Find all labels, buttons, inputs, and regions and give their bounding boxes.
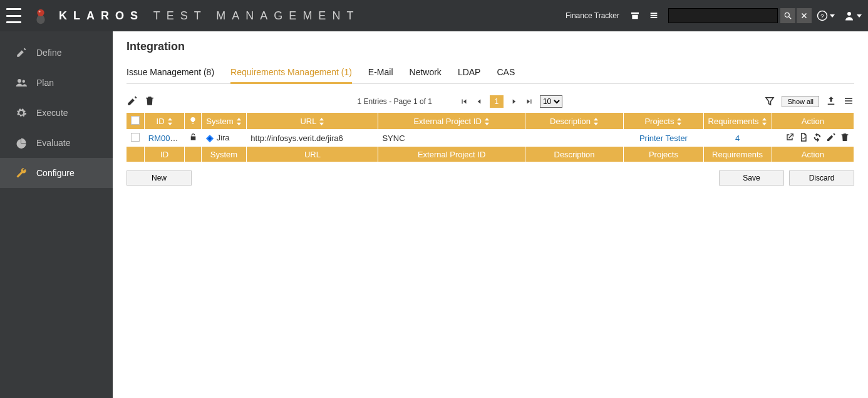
brand-title: KLAROS TEST MANAGEMENT xyxy=(59,9,359,23)
table-toolbar: 1 Entries - Page 1 of 1 1 10 Show all xyxy=(127,93,854,110)
pager-last-icon[interactable] xyxy=(525,97,534,106)
foot-requirements: Requirements xyxy=(703,147,772,162)
page-size-select[interactable]: 10 xyxy=(540,95,562,108)
page-title: Integration xyxy=(127,40,854,53)
users-icon xyxy=(14,76,29,89)
col-url[interactable]: URL xyxy=(247,113,378,129)
row-id-link[interactable]: RM00001 xyxy=(148,134,183,143)
user-menu[interactable] xyxy=(844,10,862,21)
row-checkbox[interactable] xyxy=(131,133,140,142)
foot-ext: External Project ID xyxy=(378,147,525,162)
foot-action: Action xyxy=(772,147,854,162)
foot-id: ID xyxy=(144,147,185,162)
table-row: RM00001 Jira http://infosys.verit.de/jir… xyxy=(127,129,854,147)
sidebar-item-label: Define xyxy=(36,48,61,58)
help-menu[interactable]: ? xyxy=(817,10,835,21)
col-description[interactable]: Description xyxy=(525,113,624,129)
svg-point-1 xyxy=(39,11,41,13)
edit-square-icon xyxy=(14,46,29,59)
row-url: http://infosys.verit.de/jira6 xyxy=(247,129,378,147)
search-icon[interactable] xyxy=(780,8,795,23)
col-requirements[interactable]: Requirements xyxy=(703,113,772,129)
col-projects[interactable]: Projects xyxy=(624,113,703,129)
sidebar-item-label: Execute xyxy=(36,108,68,118)
bulk-edit-icon[interactable] xyxy=(127,95,138,108)
clear-search-icon[interactable] xyxy=(797,8,812,23)
main-content: Integration Issue Management (8) Require… xyxy=(113,31,868,398)
tab-email[interactable]: E-Mail xyxy=(368,65,393,81)
sidebar-item-configure[interactable]: Configure xyxy=(0,158,113,188)
global-search-input[interactable] xyxy=(668,8,778,23)
jira-icon xyxy=(205,134,214,143)
filter-icon[interactable] xyxy=(764,95,775,108)
save-button[interactable]: Save xyxy=(719,170,784,186)
col-external-project-id[interactable]: External Project ID xyxy=(378,113,525,129)
tab-ldap[interactable]: LDAP xyxy=(458,65,481,81)
menu-toggle-icon[interactable] xyxy=(6,8,21,23)
requirements-table: ID System URL External Project ID Descri… xyxy=(127,113,854,162)
show-all-button[interactable]: Show all xyxy=(782,96,819,107)
list-icon[interactable] xyxy=(648,9,660,22)
svg-point-8 xyxy=(23,80,26,83)
sidebar-item-label: Plan xyxy=(36,78,54,88)
sidebar-item-label: Evaluate xyxy=(36,138,70,148)
svg-point-0 xyxy=(37,9,44,16)
col-id[interactable]: ID xyxy=(144,113,185,129)
foot-url: URL xyxy=(247,147,378,162)
pager-next-icon[interactable] xyxy=(510,97,519,106)
row-project-link[interactable]: Printer Tester xyxy=(639,134,688,143)
tab-issue-management[interactable]: Issue Management (8) xyxy=(127,65,214,81)
col-action: Action xyxy=(772,113,854,129)
wrench-icon xyxy=(14,167,29,179)
archive-icon[interactable] xyxy=(629,9,641,22)
sidebar-item-execute[interactable]: Execute xyxy=(0,98,113,128)
sidebar-item-plan[interactable]: Plan xyxy=(0,68,113,98)
row-description xyxy=(525,129,624,147)
topbar: KLAROS TEST MANAGEMENT Finance Tracker ? xyxy=(0,0,868,31)
discard-button[interactable]: Discard xyxy=(789,170,854,186)
sidebar-item-label: Configure xyxy=(36,168,75,178)
project-name: Finance Tracker xyxy=(566,11,619,20)
new-button[interactable]: New xyxy=(127,170,192,186)
export-icon[interactable] xyxy=(825,95,837,108)
delete-icon[interactable] xyxy=(840,132,850,144)
integration-tabs: Issue Management (8) Requirements Manage… xyxy=(127,65,854,84)
svg-point-2 xyxy=(785,13,789,17)
tab-network[interactable]: Network xyxy=(410,65,442,81)
tab-cas[interactable]: CAS xyxy=(497,65,515,81)
assign-icon[interactable] xyxy=(798,132,809,144)
bulk-delete-icon[interactable] xyxy=(144,95,155,108)
svg-line-3 xyxy=(789,17,792,19)
svg-point-6 xyxy=(847,12,851,16)
row-ext-id: SYNC xyxy=(378,129,525,147)
pager-summary: 1 Entries - Page 1 of 1 xyxy=(358,97,432,106)
col-checkbox[interactable] xyxy=(127,113,144,129)
pie-icon xyxy=(14,137,29,149)
row-system: Jira xyxy=(217,133,230,142)
col-system[interactable]: System xyxy=(201,113,247,129)
foot-system: System xyxy=(201,147,247,162)
open-external-icon[interactable] xyxy=(785,132,795,144)
gear-icon xyxy=(14,107,29,119)
pager-prev-icon[interactable] xyxy=(475,97,483,106)
sidebar: Define Plan Execute Evaluate Configure xyxy=(0,31,113,398)
svg-point-7 xyxy=(18,79,21,83)
lock-icon xyxy=(185,129,201,147)
foot-projects: Projects xyxy=(624,147,703,162)
pager-current: 1 xyxy=(490,95,504,108)
tab-requirements-management[interactable]: Requirements Management (1) xyxy=(230,65,352,84)
foot-desc: Description xyxy=(525,147,624,162)
edit-icon[interactable] xyxy=(826,132,836,144)
col-bulb-icon[interactable] xyxy=(185,113,201,129)
row-requirements-link[interactable]: 4 xyxy=(735,134,740,143)
sidebar-item-define[interactable]: Define xyxy=(0,38,113,68)
columns-menu-icon[interactable] xyxy=(843,95,854,108)
sync-icon[interactable] xyxy=(812,132,822,144)
sidebar-item-evaluate[interactable]: Evaluate xyxy=(0,128,113,158)
app-logo-icon xyxy=(31,6,50,25)
pager-first-icon[interactable] xyxy=(460,97,468,106)
svg-text:?: ? xyxy=(820,13,824,19)
